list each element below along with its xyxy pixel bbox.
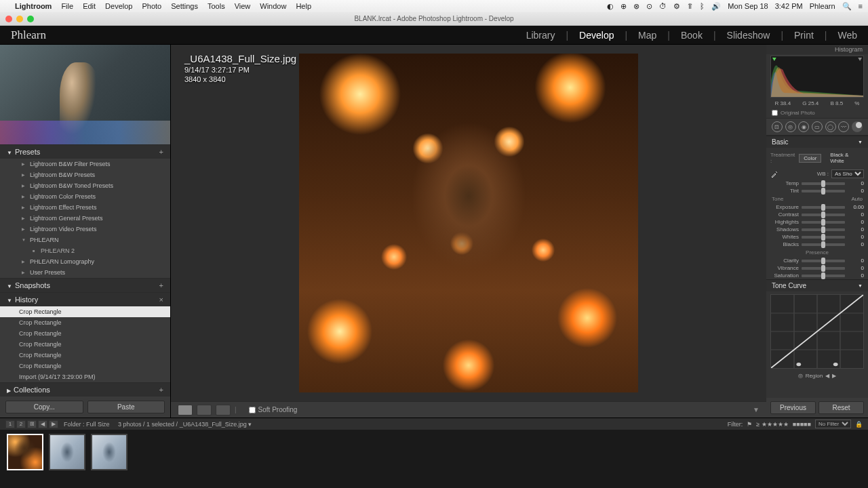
menubar-time[interactable]: 3:42 PM [775,2,803,10]
second-monitor-1-button[interactable]: 1 [5,420,15,428]
history-step[interactable]: Crop Rectangle [0,350,170,361]
tone-curve-target-icon[interactable]: ◎ [798,373,803,379]
module-map[interactable]: Map [638,30,656,41]
preset-folder[interactable]: Lightroom Effect Presets [0,202,170,213]
module-print[interactable]: Print [794,30,814,41]
preset-folder[interactable]: User Presets [0,267,170,278]
clarity-value[interactable]: 0 [848,258,864,264]
module-develop[interactable]: Develop [579,30,614,41]
menubar-user[interactable]: Phlearn [810,2,835,10]
blacks-value[interactable]: 0 [848,241,864,247]
wifi-icon[interactable]: ⥣ [687,2,693,11]
menu-help[interactable]: Help [296,2,311,10]
crop-tool-icon[interactable]: ⊡ [772,121,783,132]
preset-folder-phlearn[interactable]: PHLEARN [0,235,170,245]
menu-edit[interactable]: Edit [83,2,96,10]
add-collection-icon[interactable]: + [159,386,163,394]
rating-filter-icon[interactable]: ≥ ★★★★★ [756,421,788,428]
preset-folder[interactable]: PHLEARN Lomography [0,256,170,267]
module-library[interactable]: Library [526,30,555,41]
snapshots-panel-header[interactable]: ▼Snapshots + [0,279,170,292]
module-web[interactable]: Web [837,30,857,41]
menubar-icon[interactable]: ⊗ [633,2,639,11]
shadows-value[interactable]: 0 [848,226,864,232]
history-panel-header[interactable]: ▼History × [0,293,170,306]
adjustment-brush-icon[interactable]: 〰 [838,121,849,132]
before-after-lr-button[interactable] [197,405,212,415]
redeye-tool-icon[interactable]: ◉ [798,121,809,132]
spotlight-icon[interactable]: 🔍 [842,2,852,11]
filter-preset-dropdown[interactable]: No Filter [815,420,851,428]
whites-value[interactable]: 0 [848,234,864,240]
back-icon[interactable]: ◀ [38,420,47,428]
highlights-value[interactable]: 0 [848,219,864,225]
menu-develop[interactable]: Develop [105,2,132,10]
filmstrip-thumb[interactable] [91,434,127,470]
filmstrip-thumb[interactable] [7,434,43,470]
preset-folder[interactable]: Lightroom B&W Toned Presets [0,180,170,191]
histogram[interactable] [770,56,864,98]
graduated-filter-icon[interactable]: ▭ [812,121,823,132]
notification-icon[interactable]: ≡ [859,2,863,10]
history-step[interactable]: Crop Rectangle [0,361,170,371]
history-step[interactable]: Crop Rectangle [0,306,170,317]
menubar-date[interactable]: Mon Sep 18 [728,2,768,10]
add-preset-icon[interactable]: + [159,148,163,156]
auto-tone-button[interactable]: Auto [852,196,863,202]
temp-value[interactable]: 0 [848,180,864,186]
chevron-right-icon[interactable]: ▶ [832,373,836,379]
menu-view[interactable]: View [235,2,251,10]
navigator-preview[interactable] [0,45,170,144]
before-after-tb-button[interactable] [216,405,231,415]
filmstrip-thumb[interactable] [49,434,85,470]
highlights-slider[interactable] [802,221,845,224]
grid-view-icon[interactable]: ⊞ [27,420,37,428]
menubar-icon[interactable]: ⊕ [620,2,627,11]
tone-curve-graph[interactable] [770,294,864,369]
zoom-window-button[interactable] [27,16,34,22]
preset-folder[interactable]: Lightroom Video Presets [0,224,170,235]
filmstrip-path[interactable]: Folder : Full Size [64,421,110,428]
forward-icon[interactable]: ▶ [49,420,58,428]
preset-folder[interactable]: Lightroom Color Presets [0,191,170,202]
close-window-button[interactable] [5,16,12,22]
add-snapshot-icon[interactable]: + [159,281,163,289]
vibrance-value[interactable]: 0 [848,265,864,271]
copy-button[interactable]: Copy... [5,401,83,413]
exposure-value[interactable]: 0.00 [848,204,864,210]
saturation-slider[interactable] [802,274,845,277]
menubar-icon[interactable]: ⊙ [646,2,652,11]
module-book[interactable]: Book [681,30,703,41]
chevron-left-icon[interactable]: ◀ [825,373,829,379]
history-step[interactable]: Crop Rectangle [0,328,170,339]
menu-window[interactable]: Window [260,2,286,10]
spot-removal-icon[interactable]: ◎ [785,121,796,132]
flag-filter-icon[interactable]: ⚑ [747,421,752,428]
tool-toggle-switch[interactable] [852,121,863,132]
radial-filter-icon[interactable]: ◯ [825,121,836,132]
paste-button[interactable]: Paste [87,401,165,413]
menu-file[interactable]: File [61,2,73,10]
menu-settings[interactable]: Settings [171,2,198,10]
presets-panel-header[interactable]: ▼Presets + [0,145,170,159]
toolbar-menu-icon[interactable]: ▼ [753,406,760,413]
previous-button[interactable]: Previous [770,401,816,414]
photo-preview[interactable] [299,54,638,392]
volume-icon[interactable]: 🔊 [711,2,721,11]
menubar-icon[interactable]: ⚙ [673,2,680,11]
exposure-slider[interactable] [802,206,845,209]
filmstrip-current[interactable]: _U6A1438_Full_Size.jpg ▾ [180,421,252,428]
preset-folder[interactable]: Lightroom B&W Filter Presets [0,159,170,169]
soft-proofing-checkbox[interactable] [249,407,256,413]
saturation-value[interactable]: 0 [848,272,864,279]
wb-eyedropper-icon[interactable] [770,170,778,178]
clear-history-icon[interactable]: × [159,296,163,304]
module-slideshow[interactable]: Slideshow [727,30,770,41]
filmstrip[interactable] [0,430,868,474]
wb-dropdown[interactable]: As Shot [831,169,864,178]
tint-value[interactable]: 0 [848,188,864,194]
temp-slider[interactable] [802,182,845,185]
preset-item[interactable]: PHLEARN 2 [0,245,170,256]
collections-panel-header[interactable]: ▶Collections + [0,383,170,396]
tone-curve-panel-header[interactable]: Tone Curve▼ [766,279,868,291]
